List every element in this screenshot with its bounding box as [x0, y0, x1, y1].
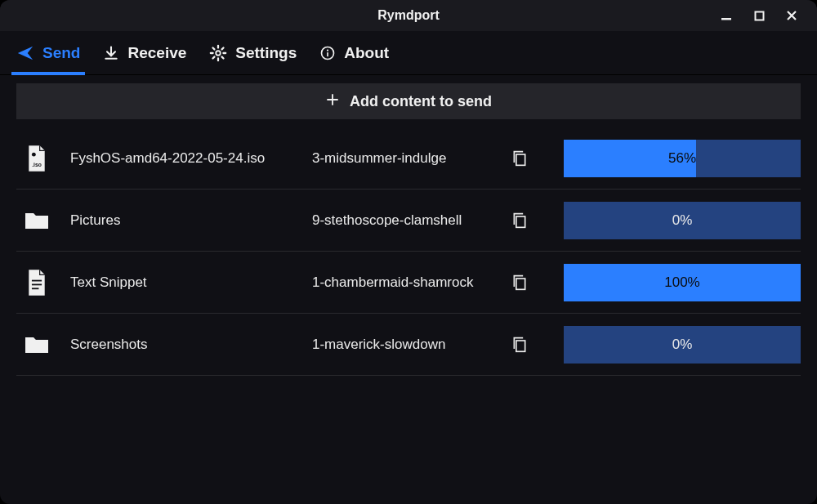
item-wormhole-code: 1-chambermaid-shamrock	[312, 274, 492, 291]
minimize-icon	[721, 10, 732, 21]
tab-about[interactable]: About	[319, 31, 389, 74]
window-controls	[717, 0, 810, 31]
svg-rect-14	[516, 341, 525, 351]
svg-rect-9	[516, 216, 525, 227]
progress-percent: 100%	[564, 264, 801, 301]
item-filename: FyshOS-amd64-2022-05-24.iso	[70, 150, 299, 167]
minimize-button[interactable]	[717, 7, 735, 25]
send-icon	[16, 44, 34, 62]
tab-label: Send	[42, 44, 80, 62]
progress-bar: 56%	[564, 140, 801, 177]
maximize-button[interactable]	[750, 7, 768, 25]
svg-rect-0	[721, 18, 731, 20]
item-wormhole-code: 1-maverick-slowdown	[312, 337, 492, 353]
svg-point-4	[327, 49, 328, 51]
transfer-item: Text Snippet 1-chambermaid-shamrock 100%	[16, 252, 801, 314]
iso-file-icon: .iso	[16, 145, 57, 172]
item-filename: Screenshots	[70, 337, 299, 353]
tab-label: Settings	[235, 44, 297, 62]
tab-label: About	[344, 44, 389, 62]
svg-rect-1	[755, 11, 763, 20]
progress-percent: 0%	[564, 202, 801, 239]
tab-settings[interactable]: Settings	[209, 31, 297, 74]
svg-rect-5	[327, 52, 328, 56]
transfer-list: .iso FyshOS-amd64-2022-05-24.iso 3-midsu…	[16, 127, 801, 376]
copy-code-button[interactable]	[505, 336, 534, 354]
svg-point-6	[32, 152, 36, 156]
item-filename: Text Snippet	[70, 274, 299, 291]
app-window: Rymdport Send Receive	[0, 0, 817, 504]
tab-send[interactable]: Send	[16, 31, 80, 74]
add-content-button[interactable]: Add content to send	[16, 83, 801, 119]
window-title: Rymdport	[377, 8, 440, 23]
progress-bar: 100%	[564, 264, 801, 301]
tab-label: Receive	[127, 44, 186, 62]
titlebar: Rymdport	[0, 0, 817, 31]
folder-icon	[16, 209, 57, 232]
transfer-item: Screenshots 1-maverick-slowdown 0%	[16, 314, 801, 376]
svg-rect-8	[516, 154, 525, 165]
plus-icon	[325, 92, 340, 111]
gear-icon	[209, 44, 227, 62]
item-wormhole-code: 3-midsummer-indulge	[312, 150, 492, 167]
close-button[interactable]	[783, 7, 801, 25]
copy-icon	[511, 149, 528, 167]
info-icon	[319, 45, 336, 61]
svg-text:.iso: .iso	[32, 161, 41, 167]
svg-rect-13	[516, 279, 525, 289]
folder-icon	[16, 333, 57, 356]
item-filename: Pictures	[70, 212, 299, 229]
close-icon	[786, 10, 797, 21]
add-content-label: Add content to send	[350, 93, 492, 110]
copy-icon	[511, 336, 528, 354]
tab-receive[interactable]: Receive	[103, 31, 186, 74]
progress-percent: 0%	[564, 326, 801, 364]
progress-percent: 56%	[564, 140, 801, 177]
svg-point-2	[217, 51, 221, 56]
progress-bar: 0%	[564, 326, 801, 364]
copy-icon	[511, 274, 528, 292]
copy-code-button[interactable]	[505, 274, 534, 292]
download-icon	[103, 45, 119, 61]
tab-bar: Send Receive Settings About	[0, 31, 817, 75]
progress-bar: 0%	[564, 202, 801, 239]
content-area: Add content to send .iso FyshOS-amd64-20…	[0, 75, 817, 504]
item-wormhole-code: 9-stethoscope-clamshell	[312, 212, 492, 229]
transfer-item: .iso FyshOS-amd64-2022-05-24.iso 3-midsu…	[16, 127, 801, 190]
copy-icon	[511, 212, 528, 230]
copy-code-button[interactable]	[505, 149, 534, 167]
maximize-icon	[754, 11, 765, 21]
copy-code-button[interactable]	[505, 212, 534, 230]
transfer-item: Pictures 9-stethoscope-clamshell 0%	[16, 190, 801, 252]
text-file-icon	[16, 269, 57, 297]
